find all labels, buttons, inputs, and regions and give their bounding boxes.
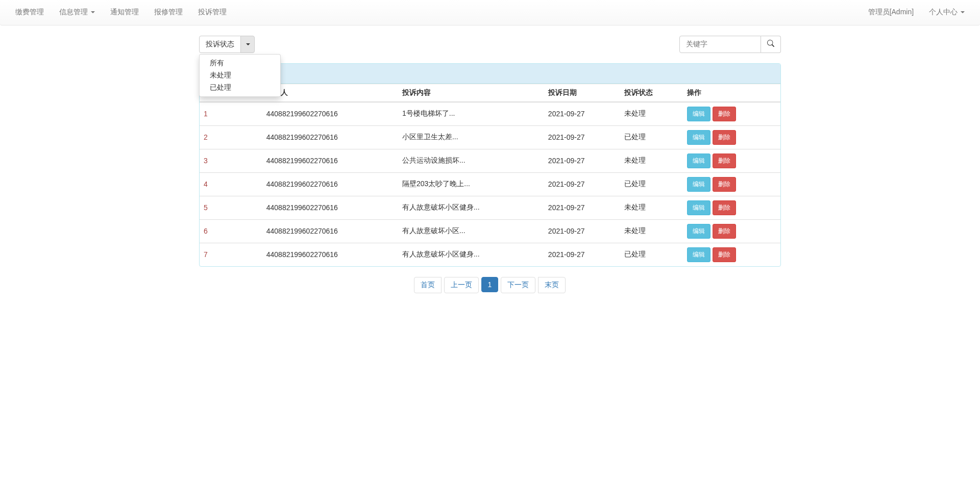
complaint-id-link[interactable]: 3 <box>204 157 208 165</box>
complaint-table: 投诉编号投诉人投诉内容投诉日期投诉状态操作 144088219960227061… <box>200 84 780 266</box>
complaint-id-link[interactable]: 6 <box>204 227 208 235</box>
nav-item-1[interactable]: 信息管理 <box>52 0 103 24</box>
nav-personal-center[interactable]: 个人中心 <box>921 0 972 24</box>
cell-status: 未处理 <box>620 102 683 126</box>
nav-user-label: 管理员[Admin] <box>861 0 921 24</box>
col-header-4: 投诉状态 <box>620 84 683 102</box>
cell-status: 已处理 <box>620 125 683 149</box>
status-filter-dropdown: 所有未处理已处理 <box>199 54 281 97</box>
edit-button[interactable]: 编辑 <box>687 107 710 121</box>
table-row: 7440882199602270616有人故意破坏小区健身...2021-09-… <box>200 243 780 266</box>
col-header-5: 操作 <box>683 84 780 102</box>
cell-person: 440882199602270616 <box>262 196 398 219</box>
nav-item-0[interactable]: 缴费管理 <box>8 0 52 24</box>
edit-button[interactable]: 编辑 <box>687 177 710 192</box>
table-header-row: 投诉编号投诉人投诉内容投诉日期投诉状态操作 <box>200 84 780 102</box>
delete-button[interactable]: 删除 <box>713 107 736 121</box>
page-current[interactable]: 1 <box>481 277 499 292</box>
table-row: 2440882199602270616小区里卫生太差...2021-09-27已… <box>200 125 780 149</box>
cell-content: 有人故意破坏小区... <box>398 219 544 243</box>
delete-button[interactable]: 删除 <box>713 247 736 262</box>
cell-person: 440882199602270616 <box>262 125 398 149</box>
complaint-id-link[interactable]: 7 <box>204 250 208 259</box>
table-body: 14408821996022706161号楼电梯坏了...2021-09-27未… <box>200 102 780 266</box>
edit-button[interactable]: 编辑 <box>687 154 710 168</box>
status-filter-button[interactable]: 投诉状态 <box>199 36 241 53</box>
col-header-3: 投诉日期 <box>544 84 620 102</box>
cell-date: 2021-09-27 <box>544 172 620 196</box>
nav-personal-center-label: 个人中心 <box>929 8 958 16</box>
col-header-2: 投诉内容 <box>398 84 544 102</box>
complaint-id-link[interactable]: 2 <box>204 133 208 141</box>
delete-button[interactable]: 删除 <box>713 224 736 239</box>
complaint-id-link[interactable]: 4 <box>204 180 208 188</box>
page-first[interactable]: 首页 <box>414 277 442 293</box>
table-row: 4440882199602270616隔壁203太吵了晚上...2021-09-… <box>200 172 780 196</box>
delete-button[interactable]: 删除 <box>713 200 736 215</box>
complaint-panel: 投诉列表 投诉编号投诉人投诉内容投诉日期投诉状态操作 1440882199602… <box>199 63 781 267</box>
edit-button[interactable]: 编辑 <box>687 130 710 145</box>
table-row: 5440882199602270616有人故意破坏小区健身...2021-09-… <box>200 196 780 219</box>
col-header-1: 投诉人 <box>262 84 398 102</box>
cell-person: 440882199602270616 <box>262 172 398 196</box>
table-row: 14408821996022706161号楼电梯坏了...2021-09-27未… <box>200 102 780 126</box>
status-option-2[interactable]: 已处理 <box>200 82 280 94</box>
search-input[interactable] <box>679 36 761 53</box>
nav-item-2[interactable]: 通知管理 <box>103 0 146 24</box>
status-filter-group: 投诉状态 所有未处理已处理 <box>199 36 255 53</box>
cell-person: 440882199602270616 <box>262 149 398 172</box>
page-next[interactable]: 下一页 <box>501 277 535 293</box>
search-button[interactable] <box>761 36 781 53</box>
cell-content: 有人故意破坏小区健身... <box>398 243 544 266</box>
cell-person: 440882199602270616 <box>262 102 398 126</box>
cell-content: 隔壁203太吵了晚上... <box>398 172 544 196</box>
table-row: 6440882199602270616有人故意破坏小区...2021-09-27… <box>200 219 780 243</box>
caret-down-icon <box>91 11 95 13</box>
cell-date: 2021-09-27 <box>544 149 620 172</box>
status-option-0[interactable]: 所有 <box>200 57 280 69</box>
delete-button[interactable]: 删除 <box>713 154 736 168</box>
cell-status: 已处理 <box>620 172 683 196</box>
cell-date: 2021-09-27 <box>544 196 620 219</box>
cell-status: 未处理 <box>620 149 683 172</box>
panel-heading: 投诉列表 <box>200 64 780 84</box>
complaint-id-link[interactable]: 5 <box>204 203 208 212</box>
cell-content: 有人故意破坏小区健身... <box>398 196 544 219</box>
cell-date: 2021-09-27 <box>544 219 620 243</box>
search-group <box>679 36 781 53</box>
cell-content: 小区里卫生太差... <box>398 125 544 149</box>
complaint-id-link[interactable]: 1 <box>204 110 208 118</box>
cell-person: 440882199602270616 <box>262 219 398 243</box>
page-last[interactable]: 末页 <box>538 277 566 293</box>
cell-content: 公共运动设施损坏... <box>398 149 544 172</box>
edit-button[interactable]: 编辑 <box>687 224 710 239</box>
nav-item-3[interactable]: 报修管理 <box>146 0 190 24</box>
nav-left: 缴费管理信息管理 通知管理报修管理投诉管理 <box>8 0 234 24</box>
status-option-1[interactable]: 未处理 <box>200 69 280 82</box>
cell-date: 2021-09-27 <box>544 125 620 149</box>
cell-status: 未处理 <box>620 196 683 219</box>
pagination: 首页 上一页 1 下一页 末页 <box>199 277 781 293</box>
cell-status: 未处理 <box>620 219 683 243</box>
nav-item-4[interactable]: 投诉管理 <box>190 0 234 24</box>
search-icon <box>767 40 774 47</box>
table-row: 3440882199602270616公共运动设施损坏...2021-09-27… <box>200 149 780 172</box>
edit-button[interactable]: 编辑 <box>687 247 710 262</box>
cell-person: 440882199602270616 <box>262 243 398 266</box>
status-filter-toggle[interactable] <box>240 36 255 53</box>
cell-date: 2021-09-27 <box>544 102 620 126</box>
caret-down-icon <box>246 43 250 45</box>
cell-date: 2021-09-27 <box>544 243 620 266</box>
delete-button[interactable]: 删除 <box>713 177 736 192</box>
caret-down-icon <box>961 11 965 13</box>
page-prev[interactable]: 上一页 <box>444 277 479 293</box>
nav-right: 管理员[Admin] 个人中心 <box>861 0 972 24</box>
delete-button[interactable]: 删除 <box>713 130 736 145</box>
top-navbar: 缴费管理信息管理 通知管理报修管理投诉管理 管理员[Admin] 个人中心 <box>0 0 980 25</box>
cell-content: 1号楼电梯坏了... <box>398 102 544 126</box>
cell-status: 已处理 <box>620 243 683 266</box>
edit-button[interactable]: 编辑 <box>687 200 710 215</box>
